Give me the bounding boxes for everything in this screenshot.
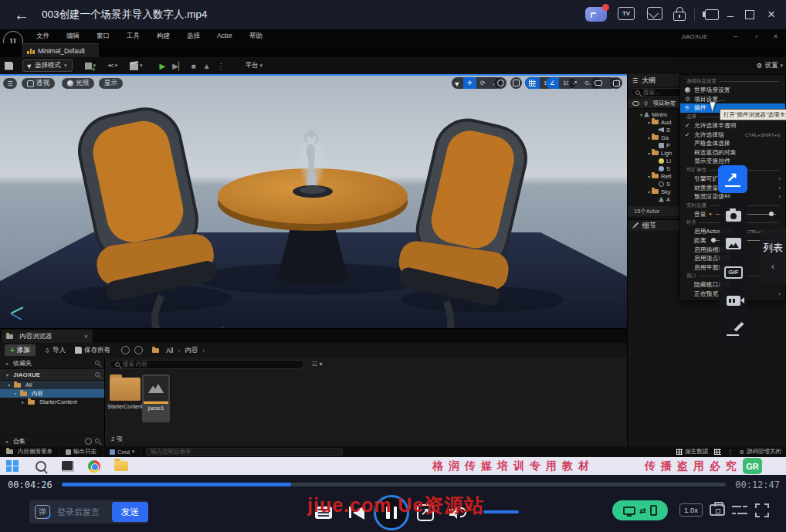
settings-dropdown-button[interactable]: ⚙ 设置 ▾: [757, 61, 783, 70]
menu-select[interactable]: 选择: [178, 32, 208, 41]
ue-minimize-button[interactable]: –: [733, 32, 737, 40]
stop-button[interactable]: ■: [191, 62, 196, 70]
volume-slider[interactable]: [483, 510, 519, 513]
tree-item-content[interactable]: ▾内容: [0, 389, 104, 398]
breadcrumb-content[interactable]: 内容: [185, 346, 198, 355]
collections-section[interactable]: ▸合集: [0, 435, 104, 446]
rotate-tool-icon[interactable]: ⟳: [476, 77, 490, 89]
filter-icon[interactable]: ☷ ▾: [312, 361, 322, 368]
save-icon[interactable]: [5, 62, 13, 70]
dock-side-icon[interactable]: [705, 9, 719, 20]
image-capture-icon[interactable]: [726, 238, 741, 249]
menu-item-box-select-occluded[interactable]: 框选遮挡的对象: [680, 148, 785, 158]
pin-icon[interactable]: ⚲: [644, 100, 649, 107]
show-dropdown[interactable]: 显示: [99, 78, 123, 89]
fullscreen-button[interactable]: [755, 503, 769, 517]
annotate-pen-icon[interactable]: [727, 322, 740, 336]
ue-restore-button[interactable]: ▫: [755, 32, 757, 40]
select-mode-dropdown[interactable]: 选择模式 ▾: [22, 59, 73, 72]
back-button[interactable]: ←: [14, 6, 34, 24]
forward-nav-icon[interactable]: [134, 346, 143, 354]
surface-snap-button[interactable]: [510, 77, 522, 89]
file-explorer-icon[interactable]: [114, 461, 128, 471]
maximize-viewport-button[interactable]: [610, 77, 622, 89]
project-section[interactable]: ▾JIAOXUE: [0, 369, 104, 381]
move-tool-icon[interactable]: ✛: [463, 77, 476, 89]
chrome-icon[interactable]: [88, 460, 100, 473]
outliner-menu-icon[interactable]: ☰: [632, 77, 638, 84]
menu-item-project-settings[interactable]: ⚙项目设置....: [680, 95, 785, 104]
send-button[interactable]: 发送: [112, 502, 148, 522]
tv-cast-icon[interactable]: TV: [618, 7, 635, 20]
playlist-tab[interactable]: 列表 ‹: [760, 229, 786, 284]
menu-item-strict-box-select[interactable]: 严格盒体选择: [680, 139, 785, 148]
play-frame-button[interactable]: ▶▏: [172, 62, 184, 70]
play-options-button[interactable]: ⋮: [218, 62, 225, 70]
toolbox-icon[interactable]: [710, 504, 725, 516]
search-icon[interactable]: [95, 361, 100, 365]
video-record-icon[interactable]: [727, 296, 740, 306]
angle-snap-icon[interactable]: ∠: [546, 77, 559, 89]
share-tool-button[interactable]: [718, 165, 747, 193]
menu-build[interactable]: 构建: [148, 32, 178, 41]
cinematics-button[interactable]: ▾: [130, 62, 143, 70]
camera-speed-icon[interactable]: [591, 77, 606, 89]
menu-file[interactable]: 文件: [28, 32, 58, 41]
grid-snap-icon[interactable]: [525, 77, 540, 89]
content-browser-tab[interactable]: 内容浏览器 ×: [2, 330, 93, 344]
search-icon[interactable]: [95, 372, 100, 377]
platforms-dropdown[interactable]: 平台 ▾: [246, 61, 263, 70]
close-button[interactable]: ×: [764, 7, 778, 22]
lock-icon[interactable]: [673, 12, 686, 21]
breadcrumb-all[interactable]: All: [166, 347, 173, 354]
back-nav-icon[interactable]: [121, 346, 130, 354]
world-local-toggle[interactable]: [494, 77, 506, 89]
game-mode-icon[interactable]: [585, 7, 607, 22]
derived-data-button[interactable]: 派生数据: [676, 448, 708, 456]
scale-snap-icon[interactable]: ↗: [568, 77, 581, 89]
viewport-options-button[interactable]: ☰: [3, 78, 17, 89]
playback-speed-button[interactable]: 1.0x: [679, 503, 703, 517]
menu-item-world-settings[interactable]: 世界场景设置: [680, 86, 785, 95]
content-drawer-button[interactable]: 内容侧滑菜单: [0, 446, 59, 457]
screenshot-camera-icon[interactable]: [726, 211, 741, 222]
menu-help[interactable]: 帮助: [241, 32, 271, 41]
menu-item-translucent-selection[interactable]: ✓允许选择半透明: [680, 121, 785, 130]
level-tab[interactable]: Minimal_Default: [22, 43, 99, 57]
device-switch-button[interactable]: ⇄: [612, 500, 668, 520]
mini-window-icon[interactable]: [647, 7, 662, 20]
import-button[interactable]: ⇩导入: [45, 346, 66, 355]
asset-tile-juese1[interactable]: juese1: [142, 374, 170, 422]
network-icon[interactable]: [714, 449, 721, 455]
console-command-input[interactable]: 输入控制台命令: [146, 448, 343, 456]
seek-bar[interactable]: [62, 483, 726, 486]
cmd-dropdown[interactable]: Cmd▾: [103, 446, 141, 457]
lit-mode-dropdown[interactable]: 光照: [62, 78, 94, 89]
favorites-section[interactable]: ▸收藏夹: [0, 357, 104, 369]
add-actor-button[interactable]: ▾: [85, 63, 97, 69]
settings-sliders-icon[interactable]: [732, 504, 747, 517]
taskbar-app-icon[interactable]: [62, 461, 74, 472]
status-more-icon[interactable]: ⋮: [727, 449, 733, 456]
launch-button[interactable]: ▲: [203, 62, 211, 70]
menu-item-show-transform-widget[interactable]: 显示变换控件: [680, 157, 785, 166]
select-tool-icon[interactable]: [452, 77, 463, 89]
tree-item-startercontent[interactable]: ▸StarterContent: [0, 398, 104, 406]
gif-record-icon[interactable]: GIF: [724, 266, 743, 279]
menu-window[interactable]: 窗口: [88, 32, 118, 41]
windows-start-icon[interactable]: [6, 460, 19, 473]
output-log-button[interactable]: 输出日志: [59, 446, 103, 457]
maximize-button[interactable]: [745, 10, 754, 19]
taskbar-search-icon[interactable]: [36, 461, 46, 472]
search-icon[interactable]: [95, 439, 100, 443]
menu-actor[interactable]: Actor: [208, 32, 241, 41]
danmaku-icon[interactable]: 弹: [35, 505, 50, 519]
tree-item-all[interactable]: ▾All: [0, 381, 104, 389]
eye-icon[interactable]: [632, 101, 639, 106]
asset-search-input[interactable]: 搜索 内容: [110, 360, 304, 369]
add-button[interactable]: +添加: [5, 344, 36, 356]
add-collection-icon[interactable]: [85, 438, 92, 445]
play-button[interactable]: ▶: [159, 62, 165, 70]
close-tab-icon[interactable]: ×: [84, 333, 88, 341]
perspective-dropdown[interactable]: 透视: [22, 78, 55, 89]
